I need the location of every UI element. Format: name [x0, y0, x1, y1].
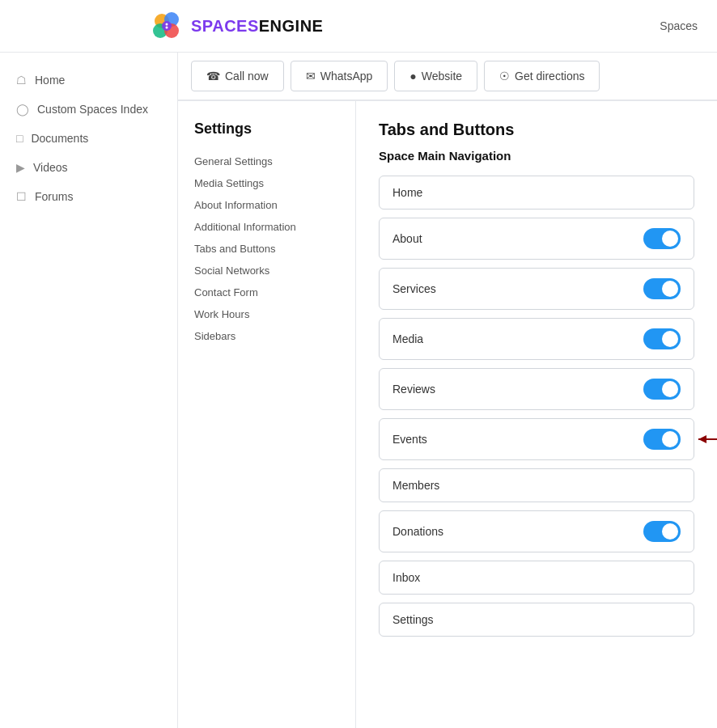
nav-label-media: Media — [392, 332, 423, 345]
sidebar-item-documents[interactable]: □ Documents — [0, 124, 177, 153]
svg-point-6 — [166, 27, 168, 29]
settings-additional[interactable]: Additional Information — [194, 216, 339, 238]
chat-icon: ✉ — [306, 70, 316, 83]
logo-area: SPACESENGINE — [19, 8, 323, 44]
sidebar-item-forums[interactable]: ☐ Forums — [0, 182, 177, 211]
nav-row-home: Home — [379, 176, 694, 210]
location-icon: ☉ — [499, 70, 510, 83]
sidebar-item-videos[interactable]: ▶ Videos — [0, 153, 177, 182]
nav-label-home: Home — [392, 186, 422, 199]
nav-row-about: About — [379, 218, 694, 260]
settings-work-hours[interactable]: Work Hours — [194, 303, 339, 325]
svg-point-5 — [166, 23, 168, 26]
nav-label-services: Services — [392, 282, 436, 295]
svg-marker-8 — [698, 435, 706, 443]
toggle-services[interactable] — [643, 278, 681, 299]
phone-icon: ☎ — [206, 70, 220, 83]
tabs-panel: Tabs and Buttons Space Main Navigation H… — [356, 101, 717, 728]
arrow-annotation — [694, 431, 717, 447]
nav-label-settings: Settings — [392, 613, 434, 626]
nav-row-media: Media — [379, 318, 694, 360]
nav-row-inbox: Inbox — [379, 561, 694, 595]
toggle-reviews[interactable] — [643, 379, 681, 400]
settings-about[interactable]: About Information — [194, 194, 339, 216]
sidebar-item-home[interactable]: ☖ Home — [0, 66, 177, 95]
nav-row-events: Events — [379, 418, 694, 460]
toggle-donations[interactable] — [643, 521, 681, 542]
globe-icon: ● — [409, 70, 416, 83]
sidebar: ☖ Home ◯ Custom Spaces Index □ Documents… — [0, 53, 178, 728]
nav-row-members: Members — [379, 468, 694, 502]
nav-label-inbox: Inbox — [392, 571, 420, 584]
nav-label-donations: Donations — [392, 525, 443, 538]
settings-media[interactable]: Media Settings — [194, 172, 339, 194]
forum-icon: ☐ — [16, 190, 27, 203]
settings-sidebars[interactable]: Sidebars — [194, 325, 339, 347]
nav-label-about: About — [392, 232, 422, 245]
nav-row-settings: Settings — [379, 603, 694, 637]
nav-row-services: Services — [379, 268, 694, 310]
toggle-about[interactable] — [643, 228, 681, 249]
settings-social[interactable]: Social Networks — [194, 260, 339, 281]
toggle-events[interactable] — [643, 429, 681, 450]
video-icon: ▶ — [16, 161, 25, 174]
tabs-panel-title: Tabs and Buttons — [379, 121, 694, 139]
nav-label-events: Events — [392, 433, 427, 446]
nav-row-reviews: Reviews — [379, 368, 694, 410]
nav-row-donations: Donations — [379, 510, 694, 552]
settings-tabs-buttons[interactable]: Tabs and Buttons — [194, 238, 339, 260]
get-directions-button[interactable]: ☉ Get directions — [484, 61, 600, 91]
settings-contact-form[interactable]: Contact Form — [194, 281, 339, 303]
space-main-nav-subtitle: Space Main Navigation — [379, 149, 694, 163]
logo-text: SPACESENGINE — [191, 17, 323, 36]
settings-panel: Settings General Settings Media Settings… — [178, 101, 356, 728]
settings-general[interactable]: General Settings — [194, 150, 339, 172]
custom-icon: ◯ — [16, 103, 29, 116]
svg-point-4 — [162, 21, 172, 31]
header-nav-spaces[interactable]: Spaces — [660, 19, 698, 32]
header-nav: Spaces — [660, 19, 698, 32]
home-icon: ☖ — [16, 74, 27, 87]
document-icon: □ — [16, 132, 23, 145]
website-button[interactable]: ● Website — [394, 61, 477, 91]
logo-icon — [149, 8, 185, 44]
nav-label-reviews: Reviews — [392, 383, 435, 396]
nav-label-members: Members — [392, 479, 439, 492]
settings-title: Settings — [194, 121, 339, 138]
call-now-button[interactable]: ☎ Call now — [191, 61, 284, 91]
toggle-media[interactable] — [643, 328, 681, 349]
header: SPACESENGINE Spaces — [0, 0, 717, 53]
whatsapp-button[interactable]: ✉ WhatsApp — [291, 61, 388, 91]
sub-header: ☎ Call now ✉ WhatsApp ● Website ☉ Get di… — [178, 53, 717, 101]
sidebar-item-custom-spaces-index[interactable]: ◯ Custom Spaces Index — [0, 95, 177, 124]
